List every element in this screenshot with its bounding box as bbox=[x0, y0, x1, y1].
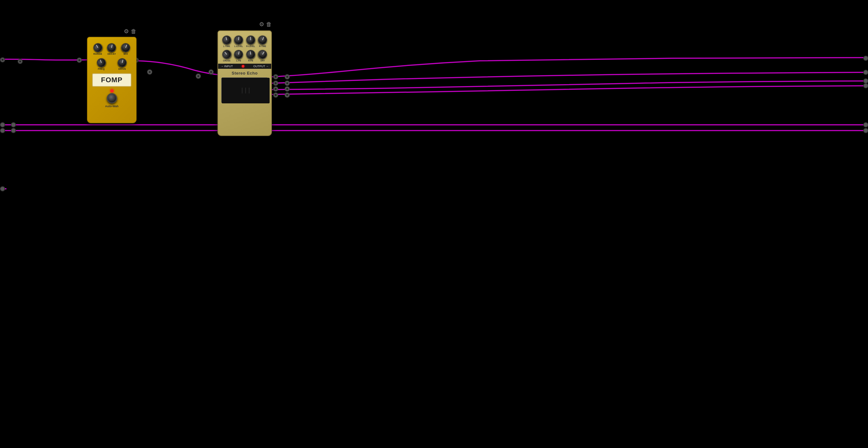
svg-point-22 bbox=[285, 74, 289, 79]
echo-product-name: Stereo Echo bbox=[218, 70, 271, 76]
echo-cross-group: CROSS bbox=[222, 50, 231, 62]
stereoecho-pedal: ⚙ 🗑 L-TIME L-LEVEL R-LEVEL bbox=[217, 30, 272, 136]
autowah-controls: ⚙ 🗑 bbox=[124, 28, 136, 34]
echo-rlevel-group: R-LEVEL bbox=[246, 35, 255, 47]
autowah-drive-group: DRIVE bbox=[118, 58, 127, 70]
svg-point-32 bbox=[864, 79, 868, 83]
svg-point-21 bbox=[275, 94, 277, 96]
svg-point-34 bbox=[864, 123, 868, 127]
echo-lfb-group: L-FB bbox=[234, 50, 243, 62]
svg-point-8 bbox=[148, 70, 152, 74]
svg-point-26 bbox=[285, 87, 289, 91]
echo-llevel-knob[interactable] bbox=[234, 35, 243, 45]
echo-rtime-label: R-TIME bbox=[259, 45, 266, 47]
svg-point-0 bbox=[0, 58, 5, 62]
echo-rfb-label: R-FB bbox=[248, 60, 253, 62]
stereoecho-controls: ⚙ 🗑 bbox=[259, 22, 272, 27]
svg-point-10 bbox=[209, 70, 213, 74]
autowah-drive-label: DRIVE bbox=[118, 68, 126, 70]
echo-rtime-group: R-TIME bbox=[258, 35, 267, 47]
echo-dry-group: DRY bbox=[258, 50, 267, 62]
svg-point-1 bbox=[2, 59, 3, 61]
autowah-range-label: RANGE bbox=[93, 53, 102, 55]
svg-point-23 bbox=[286, 76, 288, 78]
echo-cross-knob[interactable] bbox=[220, 48, 233, 60]
svg-point-13 bbox=[197, 75, 199, 77]
echo-rlevel-knob[interactable] bbox=[246, 35, 255, 45]
autowah-pedal: ⚙ 🗑 RANGE DECAY MIX bbox=[87, 37, 136, 123]
autowah-mix-knob[interactable] bbox=[120, 42, 131, 54]
autowah-footswitch[interactable] bbox=[107, 93, 117, 103]
echo-input-label: → INPUT bbox=[221, 65, 233, 68]
svg-point-28 bbox=[285, 93, 289, 97]
echo-display: ||| bbox=[221, 78, 268, 103]
svg-point-12 bbox=[196, 74, 200, 79]
echo-lfb-label: L-FB bbox=[236, 60, 241, 62]
echo-ltime-group: L-TIME bbox=[222, 35, 231, 47]
svg-point-19 bbox=[275, 88, 277, 90]
echo-io-led bbox=[242, 65, 244, 67]
autowah-brand-name: FOMP bbox=[93, 76, 131, 84]
echo-llevel-group: L-LEVEL bbox=[234, 35, 243, 47]
svg-point-16 bbox=[274, 81, 278, 85]
echo-cross-label: CROSS bbox=[223, 60, 230, 62]
svg-point-2 bbox=[18, 59, 22, 64]
autowah-trash-button[interactable]: 🗑 bbox=[131, 28, 136, 34]
svg-point-38 bbox=[0, 186, 5, 191]
svg-point-31 bbox=[864, 70, 868, 74]
autowah-mix-label: MIX bbox=[123, 53, 128, 55]
autowah-decay-label: DECAY bbox=[107, 53, 116, 55]
echo-rfb-knob[interactable] bbox=[246, 49, 256, 60]
svg-point-17 bbox=[275, 82, 277, 84]
autowah-range-knob[interactable] bbox=[92, 41, 104, 54]
autowah-subtitle: Auto-Wah bbox=[88, 104, 136, 109]
autowah-freq-label: FREQ bbox=[98, 68, 104, 70]
svg-point-3 bbox=[19, 60, 21, 62]
autowah-freq-knob[interactable] bbox=[96, 57, 107, 68]
echo-ltime-knob[interactable] bbox=[221, 35, 232, 46]
echo-output-label: OUTPUT → bbox=[253, 65, 269, 68]
echo-dry-label: DRY bbox=[261, 60, 265, 62]
svg-point-40 bbox=[11, 128, 16, 133]
stereoecho-settings-button[interactable]: ⚙ bbox=[259, 22, 264, 27]
svg-point-24 bbox=[285, 81, 289, 85]
autowah-freq-group: FREQ bbox=[97, 58, 106, 70]
autowah-drive-knob[interactable] bbox=[117, 57, 128, 68]
autowah-led bbox=[110, 89, 114, 92]
svg-point-4 bbox=[77, 58, 82, 62]
echo-lfb-knob[interactable] bbox=[234, 49, 244, 60]
svg-point-27 bbox=[286, 88, 288, 90]
autowah-body: RANGE DECAY MIX FREQ DR bbox=[87, 37, 136, 123]
echo-rtime-knob[interactable] bbox=[257, 34, 268, 46]
svg-point-9 bbox=[149, 71, 151, 73]
svg-point-14 bbox=[274, 74, 278, 79]
svg-point-36 bbox=[0, 123, 5, 127]
autowah-range-group: RANGE bbox=[93, 43, 102, 55]
echo-rlevel-label: R-LEVEL bbox=[246, 45, 255, 47]
svg-point-33 bbox=[864, 84, 868, 88]
svg-point-15 bbox=[275, 76, 277, 78]
svg-point-37 bbox=[0, 128, 5, 133]
echo-ltime-label: L-TIME bbox=[223, 45, 230, 47]
autowah-mix-group: MIX bbox=[121, 43, 130, 55]
svg-point-35 bbox=[864, 128, 868, 133]
stereoecho-trash-button[interactable]: 🗑 bbox=[266, 22, 272, 27]
svg-point-29 bbox=[286, 94, 288, 96]
autowah-settings-button[interactable]: ⚙ bbox=[124, 28, 129, 34]
svg-point-5 bbox=[79, 59, 80, 61]
svg-point-11 bbox=[210, 71, 212, 73]
echo-io-bar: → INPUT OUTPUT → bbox=[218, 64, 271, 69]
svg-point-25 bbox=[286, 82, 288, 84]
stereoecho-body: L-TIME L-LEVEL R-LEVEL R-TIME bbox=[217, 30, 272, 136]
svg-text:|||: ||| bbox=[241, 87, 251, 93]
svg-point-30 bbox=[864, 56, 868, 60]
autowah-decay-group: DECAY bbox=[107, 43, 116, 55]
svg-point-18 bbox=[274, 87, 278, 91]
echo-llevel-label: L-LEVEL bbox=[235, 45, 243, 47]
svg-point-20 bbox=[274, 93, 278, 97]
main-canvas: { "page": { "background": "#000000", "ti… bbox=[0, 0, 868, 448]
autowah-nameplate: FOMP bbox=[92, 73, 131, 87]
autowah-decay-knob[interactable] bbox=[106, 42, 117, 53]
echo-dry-knob[interactable] bbox=[256, 48, 269, 60]
svg-point-39 bbox=[11, 123, 16, 127]
